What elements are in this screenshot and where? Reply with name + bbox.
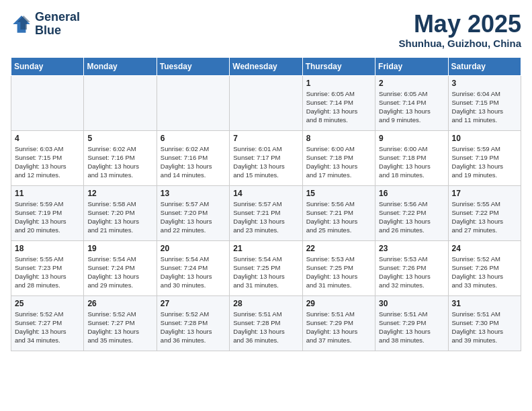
day-info: Sunrise: 5:56 AM Sunset: 7:22 PM Dayligh…	[379, 199, 444, 235]
calendar-day: 25Sunrise: 5:52 AM Sunset: 7:27 PM Dayli…	[11, 295, 84, 351]
calendar-day: 12Sunrise: 5:58 AM Sunset: 7:20 PM Dayli…	[84, 185, 157, 240]
day-number: 29	[306, 299, 371, 308]
day-number: 2	[379, 79, 444, 88]
day-number: 19	[87, 244, 152, 253]
calendar-week-3: 11Sunrise: 5:59 AM Sunset: 7:19 PM Dayli…	[11, 185, 521, 240]
day-number: 4	[15, 134, 80, 143]
calendar-day: 24Sunrise: 5:52 AM Sunset: 7:26 PM Dayli…	[448, 240, 521, 295]
day-info: Sunrise: 5:58 AM Sunset: 7:20 PM Dayligh…	[87, 199, 152, 235]
logo-icon	[11, 13, 32, 35]
calendar-day: 15Sunrise: 5:56 AM Sunset: 7:21 PM Dayli…	[302, 185, 375, 240]
day-info: Sunrise: 6:00 AM Sunset: 7:18 PM Dayligh…	[306, 144, 371, 180]
location: Shunhua, Guizhou, China	[399, 38, 521, 49]
day-number: 9	[379, 134, 444, 143]
day-number: 26	[87, 299, 152, 308]
calendar-week-5: 25Sunrise: 5:52 AM Sunset: 7:27 PM Dayli…	[11, 295, 521, 351]
day-number: 10	[452, 134, 517, 143]
calendar-table: SundayMondayTuesdayWednesdayThursdayFrid…	[11, 57, 521, 351]
day-number: 23	[379, 244, 444, 253]
calendar-day: 19Sunrise: 5:54 AM Sunset: 7:24 PM Dayli…	[84, 240, 157, 295]
calendar-day	[11, 75, 84, 130]
calendar-day: 1Sunrise: 6:05 AM Sunset: 7:14 PM Daylig…	[302, 75, 375, 130]
day-header-monday: Monday	[84, 57, 157, 75]
day-info: Sunrise: 5:56 AM Sunset: 7:21 PM Dayligh…	[306, 199, 371, 235]
calendar-day: 5Sunrise: 6:02 AM Sunset: 7:16 PM Daylig…	[84, 130, 157, 185]
calendar-day	[157, 75, 229, 130]
day-number: 27	[161, 299, 226, 308]
page-header: General Blue May 2025 Shunhua, Guizhou, …	[11, 11, 521, 49]
day-number: 1	[306, 79, 371, 88]
day-info: Sunrise: 6:00 AM Sunset: 7:18 PM Dayligh…	[379, 144, 444, 180]
calendar-day: 27Sunrise: 5:52 AM Sunset: 7:28 PM Dayli…	[157, 295, 229, 351]
title-block: May 2025 Shunhua, Guizhou, China	[399, 11, 521, 49]
day-header-thursday: Thursday	[302, 57, 375, 75]
day-number: 8	[306, 134, 371, 143]
calendar-day: 3Sunrise: 6:04 AM Sunset: 7:15 PM Daylig…	[448, 75, 521, 130]
day-number: 16	[379, 189, 444, 198]
logo: General Blue	[11, 11, 80, 38]
calendar-day: 11Sunrise: 5:59 AM Sunset: 7:19 PM Dayli…	[11, 185, 84, 240]
day-number: 7	[233, 134, 298, 143]
calendar-day: 6Sunrise: 6:02 AM Sunset: 7:16 PM Daylig…	[157, 130, 229, 185]
calendar-day: 8Sunrise: 6:00 AM Sunset: 7:18 PM Daylig…	[302, 130, 375, 185]
day-info: Sunrise: 6:05 AM Sunset: 7:14 PM Dayligh…	[379, 89, 444, 125]
calendar-day: 26Sunrise: 5:52 AM Sunset: 7:27 PM Dayli…	[84, 295, 157, 351]
day-info: Sunrise: 6:05 AM Sunset: 7:14 PM Dayligh…	[306, 89, 371, 125]
day-number: 12	[87, 189, 152, 198]
day-number: 24	[452, 244, 517, 253]
day-info: Sunrise: 6:02 AM Sunset: 7:16 PM Dayligh…	[161, 144, 226, 180]
day-number: 15	[306, 189, 371, 198]
calendar-day: 31Sunrise: 5:51 AM Sunset: 7:30 PM Dayli…	[448, 295, 521, 351]
day-info: Sunrise: 5:51 AM Sunset: 7:30 PM Dayligh…	[452, 310, 517, 345]
day-info: Sunrise: 5:55 AM Sunset: 7:23 PM Dayligh…	[15, 255, 80, 290]
day-info: Sunrise: 6:03 AM Sunset: 7:15 PM Dayligh…	[15, 144, 80, 180]
calendar-day: 21Sunrise: 5:54 AM Sunset: 7:25 PM Dayli…	[230, 240, 302, 295]
day-info: Sunrise: 5:52 AM Sunset: 7:26 PM Dayligh…	[452, 255, 517, 290]
day-number: 5	[87, 134, 152, 143]
day-info: Sunrise: 6:04 AM Sunset: 7:15 PM Dayligh…	[452, 89, 517, 125]
day-info: Sunrise: 5:52 AM Sunset: 7:27 PM Dayligh…	[15, 310, 80, 345]
day-header-wednesday: Wednesday	[230, 57, 302, 75]
day-info: Sunrise: 5:53 AM Sunset: 7:26 PM Dayligh…	[379, 255, 444, 290]
day-info: Sunrise: 5:51 AM Sunset: 7:29 PM Dayligh…	[379, 310, 444, 345]
calendar-day: 13Sunrise: 5:57 AM Sunset: 7:20 PM Dayli…	[157, 185, 229, 240]
calendar-day: 2Sunrise: 6:05 AM Sunset: 7:14 PM Daylig…	[375, 75, 448, 130]
month-title: May 2025	[399, 11, 521, 38]
calendar-day: 4Sunrise: 6:03 AM Sunset: 7:15 PM Daylig…	[11, 130, 84, 185]
calendar-week-2: 4Sunrise: 6:03 AM Sunset: 7:15 PM Daylig…	[11, 130, 521, 185]
calendar-day: 29Sunrise: 5:51 AM Sunset: 7:29 PM Dayli…	[302, 295, 375, 351]
day-info: Sunrise: 5:57 AM Sunset: 7:20 PM Dayligh…	[161, 199, 226, 235]
calendar-day: 23Sunrise: 5:53 AM Sunset: 7:26 PM Dayli…	[375, 240, 448, 295]
day-header-sunday: Sunday	[11, 57, 84, 75]
day-number: 22	[306, 244, 371, 253]
calendar-day: 30Sunrise: 5:51 AM Sunset: 7:29 PM Dayli…	[375, 295, 448, 351]
calendar-day: 16Sunrise: 5:56 AM Sunset: 7:22 PM Dayli…	[375, 185, 448, 240]
day-info: Sunrise: 5:54 AM Sunset: 7:24 PM Dayligh…	[161, 255, 226, 290]
calendar-day	[84, 75, 157, 130]
calendar-day: 18Sunrise: 5:55 AM Sunset: 7:23 PM Dayli…	[11, 240, 84, 295]
day-number: 13	[161, 189, 226, 198]
day-info: Sunrise: 6:02 AM Sunset: 7:16 PM Dayligh…	[87, 144, 152, 180]
day-info: Sunrise: 5:54 AM Sunset: 7:24 PM Dayligh…	[87, 255, 152, 290]
day-number: 20	[161, 244, 226, 253]
day-header-tuesday: Tuesday	[157, 57, 229, 75]
day-number: 25	[15, 299, 80, 308]
day-number: 14	[233, 189, 298, 198]
day-number: 17	[452, 189, 517, 198]
calendar-day: 20Sunrise: 5:54 AM Sunset: 7:24 PM Dayli…	[157, 240, 229, 295]
day-number: 28	[233, 299, 298, 308]
calendar-day: 14Sunrise: 5:57 AM Sunset: 7:21 PM Dayli…	[230, 185, 302, 240]
day-info: Sunrise: 5:52 AM Sunset: 7:28 PM Dayligh…	[161, 310, 226, 345]
calendar-day	[230, 75, 302, 130]
logo-text: General Blue	[35, 11, 80, 38]
calendar-day: 9Sunrise: 6:00 AM Sunset: 7:18 PM Daylig…	[375, 130, 448, 185]
day-info: Sunrise: 5:55 AM Sunset: 7:22 PM Dayligh…	[452, 199, 517, 235]
day-number: 31	[452, 299, 517, 308]
day-header-friday: Friday	[375, 57, 448, 75]
day-info: Sunrise: 5:51 AM Sunset: 7:28 PM Dayligh…	[233, 310, 298, 345]
day-info: Sunrise: 5:59 AM Sunset: 7:19 PM Dayligh…	[452, 144, 517, 180]
day-info: Sunrise: 5:51 AM Sunset: 7:29 PM Dayligh…	[306, 310, 371, 345]
calendar-day: 22Sunrise: 5:53 AM Sunset: 7:25 PM Dayli…	[302, 240, 375, 295]
calendar-day: 17Sunrise: 5:55 AM Sunset: 7:22 PM Dayli…	[448, 185, 521, 240]
day-info: Sunrise: 5:59 AM Sunset: 7:19 PM Dayligh…	[15, 199, 80, 235]
